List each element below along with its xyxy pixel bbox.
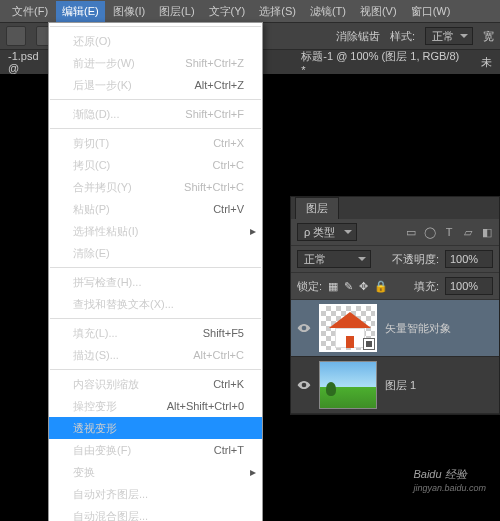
layer-thumb[interactable] <box>319 304 377 352</box>
menu-item[interactable]: 自由变换(F)Ctrl+T <box>49 439 262 461</box>
fill-label: 填充: <box>414 279 439 294</box>
panel-tabs: 图层 <box>291 197 499 219</box>
menu-item[interactable]: 选择性粘贴(I) <box>49 220 262 242</box>
menu-item: 描边(S)...Alt+Ctrl+C <box>49 344 262 366</box>
layer-row[interactable]: 矢量智能对象 <box>291 300 499 357</box>
menu-item: 合并拷贝(Y)Shift+Ctrl+C <box>49 176 262 198</box>
menu-select[interactable]: 选择(S) <box>253 1 302 22</box>
kind-filter[interactable]: ρ 类型 <box>297 223 357 241</box>
style-label: 样式: <box>390 29 415 44</box>
layers-tab[interactable]: 图层 <box>295 197 339 219</box>
visibility-icon[interactable] <box>297 378 311 392</box>
lock-row: 锁定: ▦ ✎ ✥ 🔒 填充: 100% <box>291 273 499 300</box>
menu-item[interactable]: 填充(L)...Shift+F5 <box>49 322 262 344</box>
layer-name[interactable]: 矢量智能对象 <box>385 321 451 336</box>
menu-file[interactable]: 文件(F) <box>6 1 54 22</box>
menu-layer[interactable]: 图层(L) <box>153 1 200 22</box>
width-label: 宽 <box>483 29 494 44</box>
menu-edit[interactable]: 编辑(E) <box>56 1 105 22</box>
filter-shape-icon[interactable]: ▱ <box>462 226 474 238</box>
menu-item: 剪切(T)Ctrl+X <box>49 132 262 154</box>
tool-icon[interactable] <box>6 26 26 46</box>
lock-trans-icon[interactable]: ▦ <box>328 280 338 293</box>
visibility-icon[interactable] <box>297 321 311 335</box>
filter-adjust-icon[interactable]: ◯ <box>424 226 436 238</box>
menu-item: 拼写检查(H)... <box>49 271 262 293</box>
opacity-input[interactable]: 100% <box>445 250 493 268</box>
lock-paint-icon[interactable]: ✎ <box>344 280 353 293</box>
menu-item: 清除(E) <box>49 242 262 264</box>
menu-type[interactable]: 文字(Y) <box>203 1 252 22</box>
menu-bar: 文件(F) 编辑(E) 图像(I) 图层(L) 文字(Y) 选择(S) 滤镜(T… <box>0 0 500 22</box>
blend-mode-select[interactable]: 正常 <box>297 250 371 268</box>
anti-alias-label: 消除锯齿 <box>336 29 380 44</box>
blend-row: 正常 不透明度: 100% <box>291 246 499 273</box>
layers-panel: 图层 ρ 类型 ▭ ◯ T ▱ ◧ 正常 不透明度: 100% 锁定: ▦ ✎ … <box>290 196 500 415</box>
edit-dropdown: 还原(O)前进一步(W)Shift+Ctrl+Z后退一步(K)Alt+Ctrl+… <box>48 22 263 521</box>
menu-item: 渐隐(D)...Shift+Ctrl+F <box>49 103 262 125</box>
layer-filter-row: ρ 类型 ▭ ◯ T ▱ ◧ <box>291 219 499 246</box>
menu-item: 还原(O) <box>49 30 262 52</box>
menu-item[interactable]: 后退一步(K)Alt+Ctrl+Z <box>49 74 262 96</box>
layer-thumb[interactable] <box>319 361 377 409</box>
filter-icons: ▭ ◯ T ▱ ◧ <box>405 226 493 238</box>
menu-item: 查找和替换文本(X)... <box>49 293 262 315</box>
smart-object-badge <box>363 338 375 350</box>
menu-item: 前进一步(W)Shift+Ctrl+Z <box>49 52 262 74</box>
menu-item[interactable]: 透视变形 <box>49 417 262 439</box>
menu-item: 自动混合图层... <box>49 505 262 521</box>
opacity-label: 不透明度: <box>392 252 439 267</box>
layer-name[interactable]: 图层 1 <box>385 378 416 393</box>
doc-tab-2[interactable]: 标题-1 @ 100% (图层 1, RGB/8) * <box>301 49 461 76</box>
menu-window[interactable]: 窗口(W) <box>405 1 457 22</box>
menu-item[interactable]: 操控变形Alt+Shift+Ctrl+0 <box>49 395 262 417</box>
fill-input[interactable]: 100% <box>445 277 493 295</box>
filter-pixel-icon[interactable]: ▭ <box>405 226 417 238</box>
menu-filter[interactable]: 滤镜(T) <box>304 1 352 22</box>
layer-row[interactable]: 图层 1 <box>291 357 499 414</box>
watermark: Baidu 经验jingyan.baidu.com <box>413 462 486 493</box>
lock-label: 锁定: <box>297 279 322 294</box>
menu-image[interactable]: 图像(I) <box>107 1 151 22</box>
doc-tab-3[interactable]: 未 <box>481 55 492 70</box>
menu-item: 拷贝(C)Ctrl+C <box>49 154 262 176</box>
lock-move-icon[interactable]: ✥ <box>359 280 368 293</box>
menu-view[interactable]: 视图(V) <box>354 1 403 22</box>
menu-item: 自动对齐图层... <box>49 483 262 505</box>
layer-list: 矢量智能对象 图层 1 <box>291 300 499 414</box>
filter-type-icon[interactable]: T <box>443 226 455 238</box>
lock-all-icon[interactable]: 🔒 <box>374 280 388 293</box>
style-select[interactable]: 正常 <box>425 27 473 45</box>
menu-item[interactable]: 内容识别缩放Ctrl+K <box>49 373 262 395</box>
filter-smart-icon[interactable]: ◧ <box>481 226 493 238</box>
menu-item[interactable]: 粘贴(P)Ctrl+V <box>49 198 262 220</box>
doc-tab-1[interactable]: -1.psd @ <box>8 50 51 74</box>
menu-item[interactable]: 变换 <box>49 461 262 483</box>
